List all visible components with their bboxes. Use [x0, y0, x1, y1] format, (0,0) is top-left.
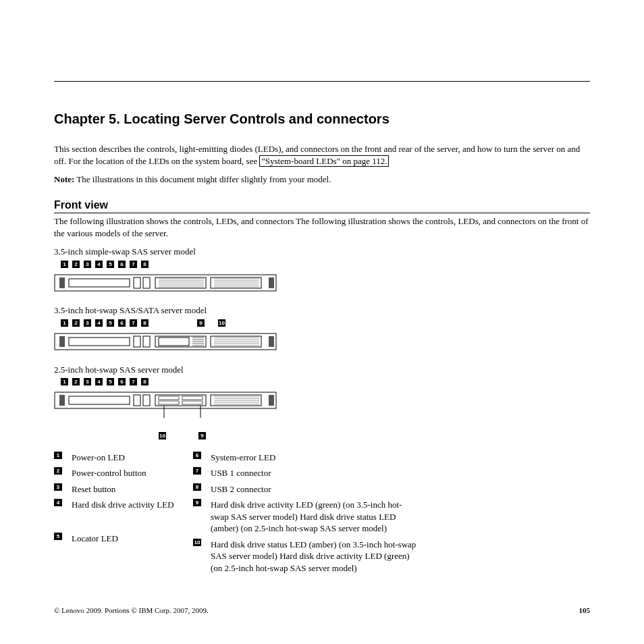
model-caption-1: 3.5-inch simple-swap SAS server model	[54, 246, 590, 258]
page-number: 105	[579, 606, 591, 616]
callout-number: 1	[61, 319, 68, 327]
legend-number: 3	[54, 483, 62, 491]
legend-text: Hard disk drive activity LED	[72, 499, 180, 511]
legend-number: 9	[193, 499, 201, 506]
legend-text: Power-control button	[72, 467, 180, 479]
legend-text: Hard disk drive status LED (amber) (on 3…	[211, 539, 420, 574]
callout-row-model-3-top: 1 2 3 4 5 6 7 8	[61, 378, 590, 385]
legend-text: System-error LED	[211, 452, 420, 464]
callout-number: 10	[159, 432, 166, 439]
callout-number: 10	[218, 319, 225, 327]
callout-number: 5	[107, 261, 114, 268]
section-intro: The following illustration shows the con…	[54, 215, 590, 239]
callout-number: 1	[61, 378, 68, 385]
legend-right-column: 6System-error LED 7USB 1 connector 8USB …	[193, 452, 420, 574]
callout-number: 6	[118, 378, 126, 385]
legend-number: 2	[54, 467, 62, 475]
copyright-text: © Lenovo 2009. Portions © IBM Corp. 2007…	[54, 606, 209, 616]
callout-number: 2	[72, 319, 80, 327]
callout-number: 6	[118, 261, 126, 268]
legend-number: 4	[54, 499, 62, 506]
legend-row: 1Power-on LED	[54, 452, 180, 464]
intro-paragraph: This section describes the controls, lig…	[54, 143, 590, 167]
callout-number: 4	[95, 261, 103, 268]
note-paragraph: Note: The illustrations in this document…	[54, 173, 590, 186]
legend-text: Reset button	[72, 483, 180, 495]
legend-row: 10Hard disk drive status LED (amber) (on…	[193, 539, 420, 574]
callout-number: 3	[84, 261, 91, 268]
legend-text: Power-on LED	[72, 452, 180, 464]
cross-reference-link[interactable]: "System-board LEDs" on page 112.	[259, 155, 389, 167]
callout-number: 9	[197, 319, 205, 327]
callout-row-model-1: 1 2 3 4 5 6 7 8	[61, 261, 590, 268]
legend-number: 6	[193, 452, 201, 459]
server-illustration-3	[54, 388, 277, 426]
svg-rect-38	[59, 395, 65, 406]
legend-text: Hard disk drive activity LED (green) (on…	[211, 499, 420, 535]
legend-text: USB 2 connector	[211, 483, 420, 495]
callout-row-model-3-bottom: 10 9	[159, 432, 590, 439]
legend-number: 8	[193, 483, 201, 491]
callout-number: 8	[141, 378, 149, 385]
page-footer: © Lenovo 2009. Portions © IBM Corp. 2007…	[54, 606, 590, 616]
server-illustration-1	[54, 271, 277, 292]
legend-text: USB 1 connector	[211, 467, 420, 479]
legend-number: 5	[54, 533, 62, 540]
legend-row: 9Hard disk drive activity LED (green) (o…	[193, 499, 420, 535]
legend-row: 3Reset button	[54, 483, 180, 495]
legend-row: 2Power-control button	[54, 467, 180, 479]
legend-row: 7USB 1 connector	[193, 467, 420, 479]
callout-number: 5	[107, 319, 114, 327]
page-header-rule	[54, 81, 590, 82]
callout-number: 9	[198, 432, 206, 439]
callout-number: 2	[72, 261, 80, 268]
svg-rect-39	[269, 395, 274, 406]
svg-rect-19	[59, 336, 65, 347]
callout-number: 1	[61, 261, 68, 268]
legend-row: 4Hard disk drive activity LED	[54, 499, 180, 511]
callout-number: 4	[95, 378, 103, 385]
note-body: The illustrations in this document might…	[74, 174, 331, 184]
callout-number: 8	[141, 319, 149, 327]
callout-number: 7	[130, 319, 137, 327]
svg-rect-2	[269, 277, 274, 288]
legend-row: 6System-error LED	[193, 452, 420, 464]
callout-row-model-2: 1 2 3 4 5 6 7 8 9 10	[61, 319, 590, 327]
model-caption-2: 3.5-inch hot-swap SAS/SATA server model	[54, 304, 590, 317]
callout-number: 3	[84, 378, 91, 385]
callout-number: 5	[107, 378, 114, 385]
callout-number: 7	[130, 378, 137, 385]
callout-number: 3	[84, 319, 91, 327]
legend-left-column: 1Power-on LED 2Power-control button 3Res…	[54, 452, 180, 574]
legend-text: Locator LED	[72, 533, 180, 545]
svg-rect-1	[59, 277, 65, 288]
callout-legend: 1Power-on LED 2Power-control button 3Res…	[54, 452, 590, 574]
server-illustration-2	[54, 329, 277, 351]
model-caption-3: 2.5-inch hot-swap SAS server model	[54, 364, 590, 376]
legend-number: 1	[54, 452, 62, 459]
callout-number: 4	[95, 319, 103, 327]
section-heading-front-view: Front view	[54, 198, 590, 214]
legend-row: 8USB 2 connector	[193, 483, 420, 495]
note-label: Note:	[54, 174, 74, 184]
chapter-heading: Chapter 5. Locating Server Controls and …	[54, 110, 590, 128]
legend-row: 5Locator LED	[54, 533, 180, 545]
svg-rect-20	[269, 336, 274, 347]
legend-number: 10	[193, 539, 201, 546]
callout-number: 6	[118, 319, 126, 327]
callout-number: 7	[130, 261, 137, 268]
callout-number: 8	[141, 261, 149, 268]
callout-number: 2	[72, 378, 80, 385]
legend-number: 7	[193, 467, 201, 475]
